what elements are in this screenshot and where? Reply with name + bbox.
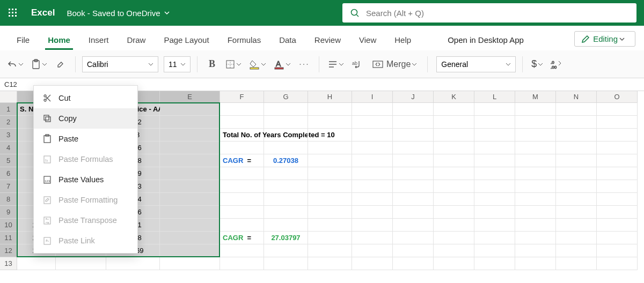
font-color-button[interactable]: A	[272, 55, 293, 73]
cell-K7[interactable]	[434, 180, 474, 193]
undo-button[interactable]	[5, 55, 26, 73]
cell-E9[interactable]	[160, 206, 220, 219]
cell-J10[interactable]	[393, 219, 434, 232]
cell-F2[interactable]	[220, 116, 264, 129]
cell-J1[interactable]	[393, 103, 434, 116]
cell-G8[interactable]	[264, 193, 308, 206]
cell-J3[interactable]	[393, 129, 434, 142]
cell-M12[interactable]	[515, 244, 556, 257]
cell-O6[interactable]	[597, 167, 638, 180]
menu-paste-values[interactable]: 123 Paste Values	[34, 169, 137, 190]
cell-H2[interactable]	[308, 116, 352, 129]
cell-C13[interactable]	[56, 257, 106, 270]
cell-H1[interactable]	[308, 103, 352, 116]
cell-H8[interactable]	[308, 193, 352, 206]
tab-home[interactable]: Home	[39, 29, 79, 50]
cell-L7[interactable]	[474, 180, 515, 193]
col-header-L[interactable]: L	[474, 91, 515, 103]
document-title[interactable]: Book - Saved to OneDrive	[67, 9, 170, 18]
cell-G10[interactable]	[264, 219, 308, 232]
cell-E8[interactable]	[160, 193, 220, 206]
cell-O7[interactable]	[597, 180, 638, 193]
cell-J7[interactable]	[393, 180, 434, 193]
cell-H3[interactable]	[308, 129, 352, 142]
cell-L3[interactable]	[474, 129, 515, 142]
cell-J6[interactable]	[393, 167, 434, 180]
cell-I3[interactable]	[352, 129, 393, 142]
cell-G12[interactable]	[264, 244, 308, 257]
cell-B13[interactable]	[17, 257, 56, 270]
cell-I6[interactable]	[352, 167, 393, 180]
cell-F1[interactable]	[220, 103, 264, 116]
cell-H12[interactable]	[308, 244, 352, 257]
tab-file[interactable]: File	[8, 29, 39, 50]
cell-K4[interactable]	[434, 142, 474, 154]
cell-L4[interactable]	[474, 142, 515, 154]
cell-G11[interactable]: 27.03797	[264, 232, 308, 244]
cell-H9[interactable]	[308, 206, 352, 219]
cell-K11[interactable]	[434, 232, 474, 244]
row-header-9[interactable]: 9	[0, 206, 17, 219]
cell-H11[interactable]	[308, 232, 352, 244]
col-header-E[interactable]: E	[160, 91, 220, 103]
col-header-H[interactable]: H	[308, 91, 352, 103]
cell-M5[interactable]	[515, 154, 556, 167]
row-header-12[interactable]: 12	[0, 244, 17, 257]
cell-N13[interactable]	[556, 257, 597, 270]
cell-I12[interactable]	[352, 244, 393, 257]
format-painter-button[interactable]	[53, 55, 69, 73]
cell-N8[interactable]	[556, 193, 597, 206]
cell-F9[interactable]	[220, 206, 264, 219]
cell-F11[interactable]: CAGR =	[220, 232, 264, 244]
more-font-button[interactable]: ···	[296, 55, 312, 73]
cell-O12[interactable]	[597, 244, 638, 257]
cell-J12[interactable]	[393, 244, 434, 257]
cell-M2[interactable]	[515, 116, 556, 129]
cell-O13[interactable]	[597, 257, 638, 270]
cell-O10[interactable]	[597, 219, 638, 232]
cell-E2[interactable]	[160, 116, 220, 129]
cell-E4[interactable]	[160, 142, 220, 154]
cell-O9[interactable]	[597, 206, 638, 219]
cell-M11[interactable]	[515, 232, 556, 244]
cell-N5[interactable]	[556, 154, 597, 167]
cell-E7[interactable]	[160, 180, 220, 193]
cell-L9[interactable]	[474, 206, 515, 219]
cell-J8[interactable]	[393, 193, 434, 206]
cell-O8[interactable]	[597, 193, 638, 206]
cell-M9[interactable]	[515, 206, 556, 219]
cell-N2[interactable]	[556, 116, 597, 129]
cell-J11[interactable]	[393, 232, 434, 244]
row-header-8[interactable]: 8	[0, 193, 17, 206]
cell-H4[interactable]	[308, 142, 352, 154]
col-header-K[interactable]: K	[434, 91, 474, 103]
cell-N11[interactable]	[556, 232, 597, 244]
cell-K5[interactable]	[434, 154, 474, 167]
cell-M6[interactable]	[515, 167, 556, 180]
cell-K1[interactable]	[434, 103, 474, 116]
cell-G6[interactable]	[264, 167, 308, 180]
cell-G4[interactable]	[264, 142, 308, 154]
cell-E10[interactable]	[160, 219, 220, 232]
decimal-button[interactable]: .0.00	[548, 55, 565, 73]
cell-I9[interactable]	[352, 206, 393, 219]
tab-help[interactable]: Help	[385, 29, 420, 50]
cell-L12[interactable]	[474, 244, 515, 257]
align-button[interactable]	[326, 55, 346, 73]
cell-L8[interactable]	[474, 193, 515, 206]
tab-view[interactable]: View	[350, 29, 385, 50]
cell-N3[interactable]	[556, 129, 597, 142]
cell-O5[interactable]	[597, 154, 638, 167]
menu-cut[interactable]: Cut	[34, 88, 137, 108]
cell-F13[interactable]	[220, 257, 264, 270]
tab-formulas[interactable]: Formulas	[218, 29, 270, 50]
tab-insert[interactable]: Insert	[79, 29, 118, 50]
cell-M10[interactable]	[515, 219, 556, 232]
cell-J9[interactable]	[393, 206, 434, 219]
cell-N4[interactable]	[556, 142, 597, 154]
tab-data[interactable]: Data	[270, 29, 305, 50]
row-header-10[interactable]: 10	[0, 219, 17, 232]
row-header-11[interactable]: 11	[0, 232, 17, 244]
cell-N9[interactable]	[556, 206, 597, 219]
cell-N1[interactable]	[556, 103, 597, 116]
